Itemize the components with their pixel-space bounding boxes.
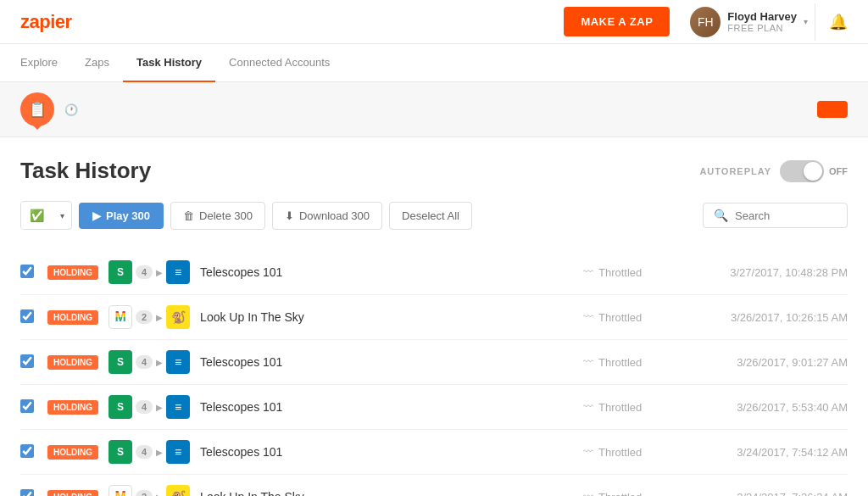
task-checkbox[interactable]	[20, 444, 34, 458]
autoreplay-toggle[interactable]: OFF	[780, 160, 848, 182]
nav-task-history[interactable]: Task History	[123, 44, 215, 82]
table-row: Holding S 4 ▶ ≡ Telescopes 101 〰 Throttl…	[20, 385, 848, 430]
table-row: Holding M 2 ▶ 🐒 Look Up In The Sky 〰 Thr…	[20, 295, 848, 340]
delete-button[interactable]: 🗑 Delete 300	[170, 202, 265, 230]
user-info: Floyd Harvey FREE PLAN	[727, 10, 797, 33]
trash-icon: 🗑	[183, 209, 194, 222]
user-menu[interactable]: FH Floyd Harvey FREE PLAN ▾	[683, 3, 815, 41]
task-date: 3/27/2017, 10:48:28 PM	[695, 266, 848, 279]
app-icons: S 4 ▶ ≡	[108, 350, 190, 374]
banner-content: 📋 🕐	[20, 92, 78, 126]
autoreplay-label: AUTOREPLAY	[699, 166, 771, 176]
row-checkbox[interactable]	[20, 489, 37, 497]
row-checkbox[interactable]	[20, 444, 37, 460]
select-all-button[interactable]: ✅ ▾	[20, 201, 72, 230]
make-zap-button[interactable]: MAKE A ZAP	[564, 7, 670, 36]
throttle-status: 〰 Throttled	[583, 356, 685, 369]
app-icon-trello: ≡	[166, 440, 190, 464]
table-row: Holding S 4 ▶ ≡ Telescopes 101 〰 Throttl…	[20, 340, 848, 385]
toggle-track[interactable]	[780, 160, 824, 182]
play-button-label: Play 300	[106, 209, 150, 222]
throttle-label: Throttled	[598, 311, 642, 324]
help-fix-button[interactable]	[817, 101, 848, 118]
banner-text: 🕐	[64, 103, 78, 116]
throttle-status: 〰 Throttled	[583, 266, 685, 279]
task-name: Telescopes 101	[200, 445, 573, 459]
app-icons: S 4 ▶ ≡	[108, 260, 190, 284]
nav-zaps[interactable]: Zaps	[71, 44, 123, 82]
download-button-label: Download 300	[299, 209, 370, 222]
app-icon-gmail: M	[108, 305, 132, 329]
table-row: Holding S 4 ▶ ≡ Telescopes 101 〰 Throttl…	[20, 250, 848, 295]
search-box[interactable]: 🔍	[703, 203, 848, 228]
nav: Explore Zaps Task History Connected Acco…	[0, 44, 868, 82]
row-checkbox[interactable]	[20, 354, 37, 371]
task-checkbox[interactable]	[20, 399, 34, 413]
throttle-label: Throttled	[598, 401, 642, 414]
notification-bell-icon[interactable]: 🔔	[829, 13, 848, 31]
app-icon-mailchimp: 🐒	[166, 305, 190, 329]
logo: zapier	[20, 11, 72, 33]
row-checkbox[interactable]	[20, 399, 37, 415]
task-name: Telescopes 101	[200, 265, 573, 279]
throttle-label: Throttled	[598, 491, 642, 497]
header-right: MAKE A ZAP FH Floyd Harvey FREE PLAN ▾ 🔔	[564, 3, 848, 41]
checkbox-all[interactable]: ✅	[21, 202, 53, 229]
task-checkbox[interactable]	[20, 354, 34, 368]
task-date: 3/24/2017, 7:26:34 AM	[695, 491, 848, 497]
status-badge: Holding	[47, 355, 98, 370]
app-icon-trello: ≡	[166, 260, 190, 284]
status-badge: Holding	[47, 490, 98, 497]
arrow-icon: ▶	[156, 358, 163, 367]
app-icon-sheets: S	[108, 440, 132, 464]
select-dropdown-chevron-icon[interactable]: ▾	[53, 204, 71, 227]
play-button[interactable]: ▶ Play 300	[79, 203, 164, 229]
arrow-icon: ▶	[156, 403, 163, 412]
step-count: 4	[136, 355, 153, 369]
task-name: Telescopes 101	[200, 355, 573, 369]
avatar-image: FH	[690, 7, 721, 37]
avatar: FH	[690, 7, 721, 37]
task-checkbox[interactable]	[20, 309, 34, 323]
toggle-state-label: OFF	[829, 166, 848, 176]
nav-explore[interactable]: Explore	[20, 44, 71, 82]
download-button[interactable]: ⬇ Download 300	[272, 202, 382, 230]
header: zapier MAKE A ZAP FH Floyd Harvey FREE P…	[0, 0, 868, 44]
toolbar: ✅ ▾ ▶ Play 300 🗑 Delete 300 ⬇ Download 3…	[20, 201, 848, 230]
status-badge: Holding	[47, 445, 98, 460]
task-name: Telescopes 101	[200, 400, 573, 414]
row-checkbox[interactable]	[20, 309, 37, 326]
app-icon-gmail: M	[108, 485, 132, 496]
wave-icon: 〰	[583, 401, 593, 413]
task-checkbox[interactable]	[20, 265, 34, 278]
row-checkbox[interactable]	[20, 265, 37, 281]
throttle-status: 〰 Throttled	[583, 491, 685, 497]
table-row: Holding M 2 ▶ 🐒 Look Up In The Sky 〰 Thr…	[20, 475, 848, 496]
wave-icon: 〰	[583, 356, 593, 368]
throttle-label: Throttled	[598, 446, 642, 459]
deselect-all-button[interactable]: Deselect All	[389, 202, 472, 230]
throttle-label: Throttled	[598, 266, 642, 279]
app-icon-sheets: S	[108, 395, 132, 419]
nav-connected-accounts[interactable]: Connected Accounts	[215, 44, 343, 82]
task-name: Look Up In The Sky	[200, 310, 573, 324]
table-row: Holding S 4 ▶ ≡ Telescopes 101 〰 Throttl…	[20, 430, 848, 475]
step-count: 4	[136, 445, 153, 459]
step-count: 4	[136, 400, 153, 414]
search-icon: 🔍	[714, 209, 728, 222]
app-icons: M 2 ▶ 🐒	[108, 305, 190, 329]
autoreplay-control: AUTOREPLAY OFF	[699, 160, 848, 182]
deselect-button-label: Deselect All	[402, 209, 459, 222]
page-title: Task History	[20, 158, 151, 184]
chevron-down-icon: ▾	[804, 17, 808, 26]
step-count: 2	[136, 490, 153, 496]
arrow-icon: ▶	[156, 493, 163, 497]
task-name: Look Up In The Sky	[200, 490, 573, 496]
status-badge: Holding	[47, 400, 98, 415]
app-icons: M 2 ▶ 🐒	[108, 485, 190, 496]
arrow-icon: ▶	[156, 268, 163, 277]
main-content: Task History AUTOREPLAY OFF ✅ ▾ ▶ Play 3…	[0, 137, 868, 496]
user-plan: FREE PLAN	[727, 23, 797, 33]
search-input[interactable]	[735, 209, 837, 222]
task-checkbox[interactable]	[20, 489, 34, 497]
